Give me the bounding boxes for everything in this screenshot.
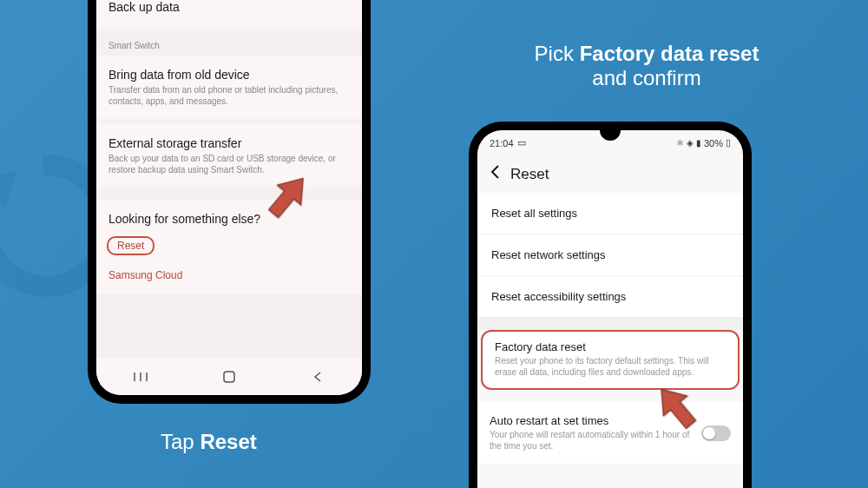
caption-text: and confirm bbox=[592, 66, 700, 89]
reset-network-settings-option[interactable]: Reset network settings bbox=[477, 234, 743, 276]
caption-text: Tap bbox=[161, 430, 200, 453]
phone-frame-left: Google Drive Back up data Smart Switch B… bbox=[88, 0, 371, 404]
section-header-smart-switch: Smart Switch bbox=[96, 29, 362, 56]
backup-data-option[interactable]: Back up data bbox=[96, 0, 362, 29]
battery-icon: ▯ bbox=[726, 137, 731, 148]
samsung-cloud-link[interactable]: Samsung Cloud bbox=[108, 269, 350, 281]
page-title: Reset bbox=[510, 166, 549, 183]
bluetooth-icon: ⚛ bbox=[676, 138, 684, 148]
divider bbox=[96, 188, 362, 200]
svg-rect-3 bbox=[224, 372, 234, 382]
battery-percent: 30% bbox=[704, 138, 723, 148]
pointer-arrow-icon bbox=[257, 167, 318, 228]
reset-accessibility-settings-option[interactable]: Reset accessibility settings bbox=[477, 276, 743, 318]
option-description: Transfer data from an old phone or table… bbox=[108, 84, 350, 107]
option-label: Back up data bbox=[108, 0, 350, 14]
option-label: Bring data from old device bbox=[108, 68, 350, 82]
back-button[interactable] bbox=[309, 368, 326, 386]
spacer bbox=[477, 318, 743, 330]
instruction-caption-1: Tap Reset bbox=[161, 430, 257, 454]
back-icon[interactable] bbox=[490, 164, 500, 184]
status-time: 21:04 bbox=[490, 138, 514, 148]
page-header: Reset bbox=[477, 152, 743, 193]
pointer-arrow-icon bbox=[647, 378, 707, 439]
phone-frame-right: 21:04 ▭ ⚛ ◈ ▮ 30% ▯ Reset Reset all sett… bbox=[469, 122, 752, 488]
bring-data-option[interactable]: Bring data from old device Transfer data… bbox=[96, 56, 362, 119]
gallery-icon: ▭ bbox=[517, 137, 526, 148]
instruction-caption-2: Pick Factory data reset and confirm bbox=[460, 42, 833, 90]
caption-bold: Factory data reset bbox=[580, 42, 760, 65]
navigation-bar bbox=[96, 359, 362, 395]
looking-block: Looking for something else? Reset Samsun… bbox=[96, 200, 362, 293]
caption-text: Pick bbox=[535, 42, 580, 65]
phone-screen: Google Drive Back up data Smart Switch B… bbox=[96, 0, 362, 395]
option-label: External storage transfer bbox=[108, 136, 350, 150]
signal-icon: ▮ bbox=[696, 138, 701, 148]
home-button[interactable] bbox=[220, 368, 238, 386]
external-storage-option[interactable]: External storage transfer Back up your d… bbox=[96, 124, 362, 188]
option-description: Reset your phone to its factory default … bbox=[495, 355, 726, 378]
recents-button[interactable] bbox=[132, 368, 149, 386]
wifi-icon: ◈ bbox=[687, 138, 694, 148]
reset-all-settings-option[interactable]: Reset all settings bbox=[477, 193, 743, 234]
caption-bold: Reset bbox=[200, 430, 256, 453]
option-label: Factory data reset bbox=[495, 340, 726, 353]
reset-link[interactable]: Reset bbox=[107, 236, 155, 255]
